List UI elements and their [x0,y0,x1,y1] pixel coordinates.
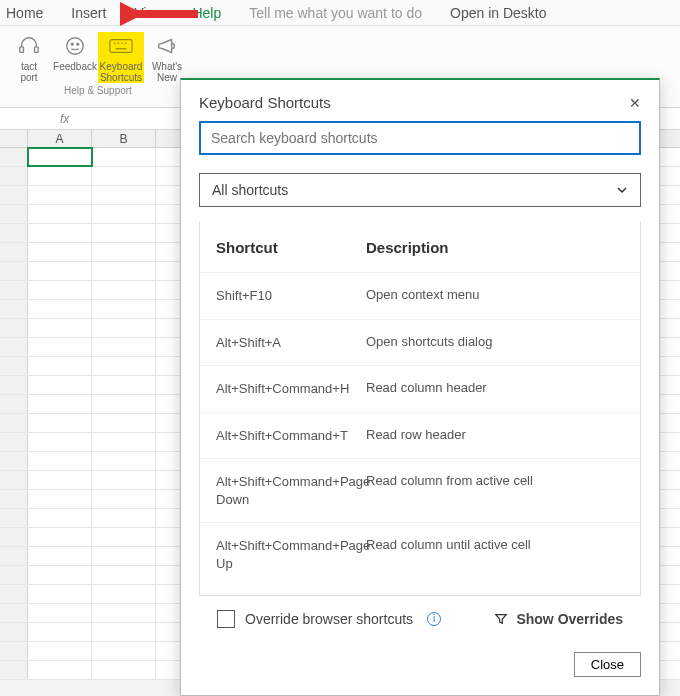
cell[interactable] [92,452,156,470]
cell[interactable] [92,509,156,527]
cell[interactable] [92,319,156,337]
tell-me-search[interactable]: Tell me what you want to do [249,5,422,21]
row-header[interactable] [0,167,28,185]
row-header[interactable] [0,281,28,299]
row-header[interactable] [0,205,28,223]
cell[interactable] [92,395,156,413]
select-all-corner[interactable] [0,130,28,147]
shortcut-row[interactable]: Alt+Shift+Command+HRead column header [200,366,640,413]
row-header[interactable] [0,509,28,527]
cell[interactable] [92,186,156,204]
tab-home[interactable]: Home [6,5,43,21]
cell[interactable] [92,148,156,166]
cell[interactable] [28,490,92,508]
cell[interactable] [92,471,156,489]
cell[interactable] [28,224,92,242]
cell[interactable] [92,338,156,356]
column-header[interactable]: A [28,130,92,147]
cell[interactable] [92,433,156,451]
cell[interactable] [92,604,156,622]
cell[interactable] [28,319,92,337]
cell[interactable] [28,604,92,622]
cell[interactable] [92,243,156,261]
cell[interactable] [92,281,156,299]
cell[interactable] [28,433,92,451]
tab-insert[interactable]: Insert [71,5,106,21]
row-header[interactable] [0,357,28,375]
shortcut-row[interactable]: Alt+Shift+Command+TRead row header [200,413,640,460]
tab-help[interactable]: Help [192,5,221,21]
cell[interactable] [92,528,156,546]
row-header[interactable] [0,642,28,660]
cell[interactable] [28,471,92,489]
row-header[interactable] [0,338,28,356]
cell[interactable] [28,205,92,223]
cell[interactable] [28,642,92,660]
row-header[interactable] [0,661,28,679]
row-header[interactable] [0,395,28,413]
row-header[interactable] [0,262,28,280]
cell[interactable] [92,224,156,242]
info-icon[interactable]: i [427,612,441,626]
open-in-desktop-link[interactable]: Open in Deskto [450,5,547,21]
tab-view[interactable]: View [134,5,164,21]
cell[interactable] [28,262,92,280]
row-header[interactable] [0,376,28,394]
cell[interactable] [92,167,156,185]
cell[interactable] [28,167,92,185]
cell[interactable] [92,566,156,584]
cell[interactable] [28,186,92,204]
row-header[interactable] [0,528,28,546]
cell[interactable] [92,357,156,375]
row-header[interactable] [0,300,28,318]
row-header[interactable] [0,604,28,622]
row-header[interactable] [0,547,28,565]
cell[interactable] [28,300,92,318]
column-header[interactable]: B [92,130,156,147]
keyboard-shortcuts-button[interactable]: Keyboard Shortcuts [98,32,144,83]
cell[interactable] [92,376,156,394]
shortcut-row[interactable]: Alt+Shift+Command+Page DownRead column f… [200,459,640,523]
row-header[interactable] [0,566,28,584]
cell[interactable] [28,452,92,470]
cell[interactable] [92,585,156,603]
cell[interactable] [92,300,156,318]
row-header[interactable] [0,490,28,508]
feedback-button[interactable]: Feedback [52,32,98,83]
shortcut-search-input[interactable] [199,121,641,155]
cell[interactable] [28,395,92,413]
cell[interactable] [92,205,156,223]
show-overrides-button[interactable]: Show Overrides [494,611,623,627]
cell[interactable] [28,414,92,432]
row-header[interactable] [0,186,28,204]
override-browser-shortcuts-checkbox[interactable]: Override browser shortcuts i [217,610,441,628]
cell[interactable] [28,547,92,565]
cell[interactable] [28,376,92,394]
row-header[interactable] [0,224,28,242]
close-button[interactable]: Close [574,652,641,677]
cell[interactable] [28,661,92,679]
row-header[interactable] [0,319,28,337]
cell[interactable] [92,661,156,679]
cell[interactable] [28,623,92,641]
cell[interactable] [28,338,92,356]
cell[interactable] [28,281,92,299]
cell[interactable] [92,623,156,641]
close-icon[interactable]: ✕ [629,95,641,111]
cell[interactable] [28,243,92,261]
cell[interactable] [92,642,156,660]
cell[interactable] [92,490,156,508]
row-header[interactable] [0,471,28,489]
shortcut-category-dropdown[interactable]: All shortcuts [199,173,641,207]
shortcut-row[interactable]: Alt+Shift+AOpen shortcuts dialog [200,320,640,367]
row-header[interactable] [0,148,28,166]
cell[interactable] [28,357,92,375]
row-header[interactable] [0,414,28,432]
cell[interactable] [92,414,156,432]
cell[interactable] [28,148,92,166]
shortcut-row[interactable]: Alt+Shift+Command+Page UpRead column unt… [200,523,640,573]
shortcut-row[interactable]: Shift+F10Open context menu [200,273,640,320]
cell[interactable] [28,566,92,584]
row-header[interactable] [0,623,28,641]
row-header[interactable] [0,585,28,603]
